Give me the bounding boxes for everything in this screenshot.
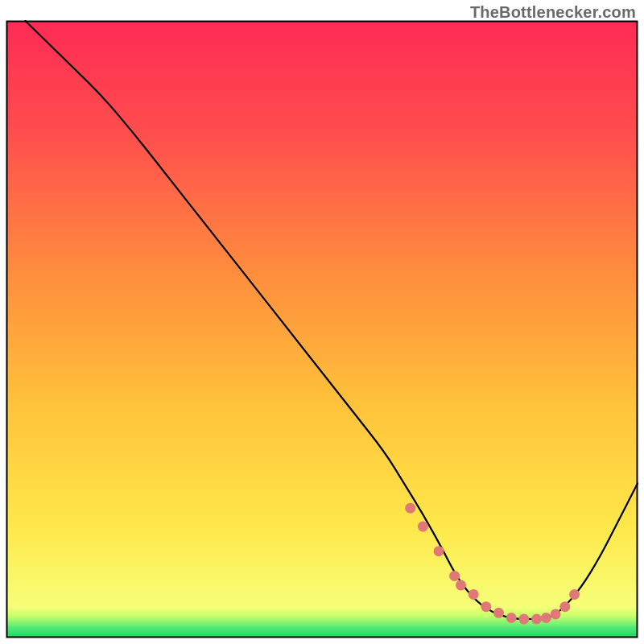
bottleneck-chart [0,0,644,644]
watermark-text: TheBottlenecker.com [470,3,636,22]
